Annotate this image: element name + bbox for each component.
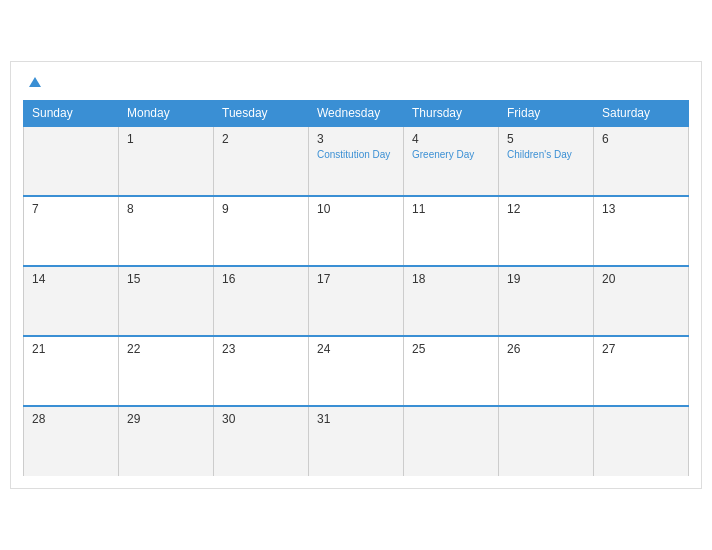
- calendar-cell: [594, 406, 689, 476]
- day-number: 10: [317, 202, 395, 216]
- calendar-cell: 25: [404, 336, 499, 406]
- day-number: 26: [507, 342, 585, 356]
- day-number: 14: [32, 272, 110, 286]
- calendar-cell: 4Greenery Day: [404, 126, 499, 196]
- weekday-header-friday: Friday: [499, 100, 594, 126]
- day-number: 29: [127, 412, 205, 426]
- calendar-container: SundayMondayTuesdayWednesdayThursdayFrid…: [10, 61, 702, 489]
- calendar-cell: 14: [24, 266, 119, 336]
- weekday-header-monday: Monday: [119, 100, 214, 126]
- calendar-cell: 1: [119, 126, 214, 196]
- calendar-week-row: 123Constitution Day4Greenery Day5Childre…: [24, 126, 689, 196]
- calendar-cell: 18: [404, 266, 499, 336]
- day-number: 28: [32, 412, 110, 426]
- calendar-cell: 22: [119, 336, 214, 406]
- day-number: 27: [602, 342, 680, 356]
- calendar-cell: 29: [119, 406, 214, 476]
- calendar-cell: 16: [214, 266, 309, 336]
- weekday-header-saturday: Saturday: [594, 100, 689, 126]
- day-number: 6: [602, 132, 680, 146]
- day-number: 19: [507, 272, 585, 286]
- calendar-cell: [404, 406, 499, 476]
- calendar-cell: 21: [24, 336, 119, 406]
- calendar-week-row: 21222324252627: [24, 336, 689, 406]
- calendar-cell: 12: [499, 196, 594, 266]
- holiday-name: Children's Day: [507, 148, 585, 161]
- day-number: 23: [222, 342, 300, 356]
- day-number: 15: [127, 272, 205, 286]
- weekday-header-wednesday: Wednesday: [309, 100, 404, 126]
- calendar-cell: 30: [214, 406, 309, 476]
- calendar-cell: 15: [119, 266, 214, 336]
- day-number: 17: [317, 272, 395, 286]
- calendar-cell: 24: [309, 336, 404, 406]
- day-number: 7: [32, 202, 110, 216]
- calendar-table: SundayMondayTuesdayWednesdayThursdayFrid…: [23, 100, 689, 476]
- day-number: 20: [602, 272, 680, 286]
- day-number: 31: [317, 412, 395, 426]
- day-number: 13: [602, 202, 680, 216]
- calendar-cell: [499, 406, 594, 476]
- calendar-week-row: 28293031: [24, 406, 689, 476]
- day-number: 21: [32, 342, 110, 356]
- logo-text: [27, 72, 41, 90]
- calendar-cell: 27: [594, 336, 689, 406]
- weekday-header-thursday: Thursday: [404, 100, 499, 126]
- weekday-header-sunday: Sunday: [24, 100, 119, 126]
- calendar-week-row: 14151617181920: [24, 266, 689, 336]
- day-number: 1: [127, 132, 205, 146]
- day-number: 18: [412, 272, 490, 286]
- calendar-cell: 11: [404, 196, 499, 266]
- calendar-cell: 20: [594, 266, 689, 336]
- header: [23, 72, 689, 90]
- holiday-name: Constitution Day: [317, 148, 395, 161]
- calendar-cell: 5Children's Day: [499, 126, 594, 196]
- weekday-header-tuesday: Tuesday: [214, 100, 309, 126]
- calendar-cell: 2: [214, 126, 309, 196]
- calendar-cell: [24, 126, 119, 196]
- logo-triangle-icon: [29, 77, 41, 87]
- calendar-cell: 31: [309, 406, 404, 476]
- calendar-cell: 8: [119, 196, 214, 266]
- holiday-name: Greenery Day: [412, 148, 490, 161]
- day-number: 12: [507, 202, 585, 216]
- day-number: 16: [222, 272, 300, 286]
- day-number: 9: [222, 202, 300, 216]
- calendar-cell: 10: [309, 196, 404, 266]
- calendar-cell: 13: [594, 196, 689, 266]
- calendar-cell: 23: [214, 336, 309, 406]
- calendar-cell: 7: [24, 196, 119, 266]
- calendar-cell: 19: [499, 266, 594, 336]
- day-number: 11: [412, 202, 490, 216]
- calendar-cell: 28: [24, 406, 119, 476]
- day-number: 24: [317, 342, 395, 356]
- calendar-cell: 17: [309, 266, 404, 336]
- day-number: 5: [507, 132, 585, 146]
- logo: [27, 72, 41, 90]
- day-number: 30: [222, 412, 300, 426]
- calendar-cell: 26: [499, 336, 594, 406]
- day-number: 25: [412, 342, 490, 356]
- calendar-cell: 3Constitution Day: [309, 126, 404, 196]
- calendar-week-row: 78910111213: [24, 196, 689, 266]
- calendar-cell: 9: [214, 196, 309, 266]
- weekday-header-row: SundayMondayTuesdayWednesdayThursdayFrid…: [24, 100, 689, 126]
- calendar-cell: 6: [594, 126, 689, 196]
- day-number: 4: [412, 132, 490, 146]
- day-number: 22: [127, 342, 205, 356]
- day-number: 3: [317, 132, 395, 146]
- day-number: 8: [127, 202, 205, 216]
- day-number: 2: [222, 132, 300, 146]
